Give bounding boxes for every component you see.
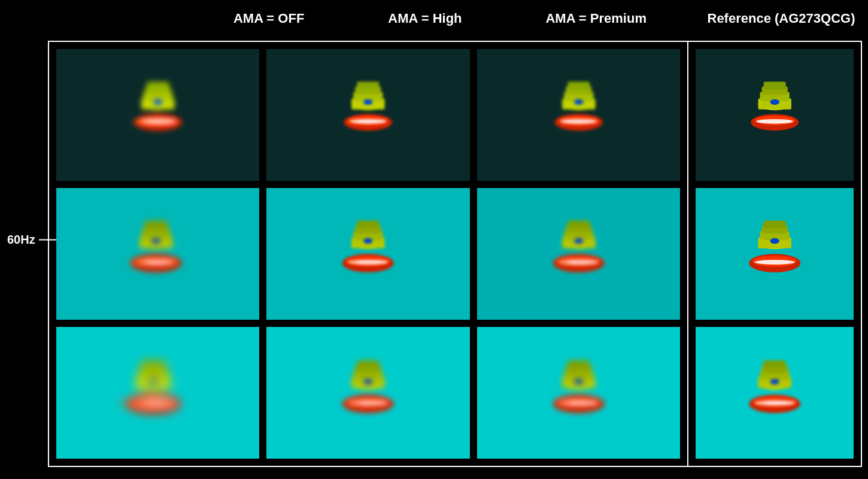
svg-point-117 (754, 401, 767, 405)
svg-point-59 (554, 260, 569, 265)
svg-rect-84 (567, 360, 590, 368)
svg-rect-33 (145, 221, 167, 228)
svg-rect-4 (147, 82, 169, 89)
svg-point-65 (148, 379, 157, 384)
main-layout (48, 41, 862, 467)
spinning-top-r3c1 (97, 347, 219, 439)
svg-point-19 (346, 120, 357, 123)
spinning-top-r2c3 (518, 208, 640, 300)
cell-ref-r3 (696, 327, 854, 459)
spinning-top-r1c1 (97, 69, 219, 161)
spinning-top-r3c3 (518, 347, 640, 439)
svg-rect-74 (357, 360, 380, 368)
cell-r1c2 (266, 49, 469, 181)
svg-rect-94 (764, 82, 786, 89)
svg-rect-103 (764, 221, 786, 228)
svg-rect-64 (141, 360, 165, 368)
spinning-top-ref-r3 (727, 347, 822, 439)
cell-ref-r1 (696, 49, 854, 181)
svg-point-28 (560, 119, 597, 124)
spinning-top-r2c2 (307, 208, 429, 300)
svg-rect-14 (357, 82, 380, 89)
svg-point-98 (756, 119, 793, 124)
svg-point-79 (342, 400, 361, 405)
cell-r2c2 (266, 188, 469, 320)
svg-point-49 (346, 260, 359, 264)
spinning-top-r2c1 (97, 208, 219, 300)
svg-point-15 (363, 99, 372, 105)
cell-r1c3 (477, 49, 680, 181)
svg-point-75 (363, 379, 372, 384)
cell-ref-r2 (696, 188, 854, 320)
svg-point-89 (554, 400, 570, 405)
header-col4: Reference (AG273QCG) (694, 11, 868, 26)
left-panel (48, 41, 688, 467)
spinning-top-r3c2 (307, 347, 429, 439)
svg-point-104 (770, 238, 779, 244)
svg-rect-44 (357, 221, 380, 228)
spinning-top-ref-r1 (727, 69, 822, 161)
svg-point-34 (151, 238, 160, 244)
svg-point-38 (128, 259, 147, 265)
svg-point-25 (574, 99, 583, 105)
svg-rect-54 (567, 221, 590, 228)
right-panel (688, 41, 862, 467)
svg-point-69 (119, 399, 145, 407)
cell-r2c3 (477, 188, 680, 320)
svg-point-107 (754, 260, 795, 265)
cell-r3c1 (56, 327, 259, 459)
cell-r2c1 (56, 188, 259, 320)
svg-point-45 (363, 238, 372, 244)
svg-point-39 (169, 260, 180, 264)
header-row: AMA = OFF AMA = High AMA = Premium Refer… (0, 0, 868, 32)
header-col3: AMA = Premium (545, 11, 647, 26)
svg-point-113 (770, 379, 779, 384)
cell-r1c1 (56, 49, 259, 181)
cell-r3c3 (477, 327, 680, 459)
svg-point-5 (153, 99, 162, 105)
svg-point-95 (770, 99, 779, 105)
svg-rect-112 (764, 360, 786, 368)
svg-rect-24 (567, 82, 590, 89)
side-label-text: 60Hz (7, 233, 35, 247)
spinning-top-ref-r2 (727, 208, 822, 300)
spinning-top-r1c3 (518, 69, 640, 161)
svg-point-9 (132, 120, 147, 123)
header-col2: AMA = High (388, 11, 462, 26)
spinning-top-r1c2 (307, 69, 429, 161)
header-col1: AMA = OFF (233, 11, 304, 26)
svg-point-85 (574, 379, 583, 384)
svg-point-55 (574, 238, 583, 244)
cell-r3c2 (266, 327, 469, 459)
